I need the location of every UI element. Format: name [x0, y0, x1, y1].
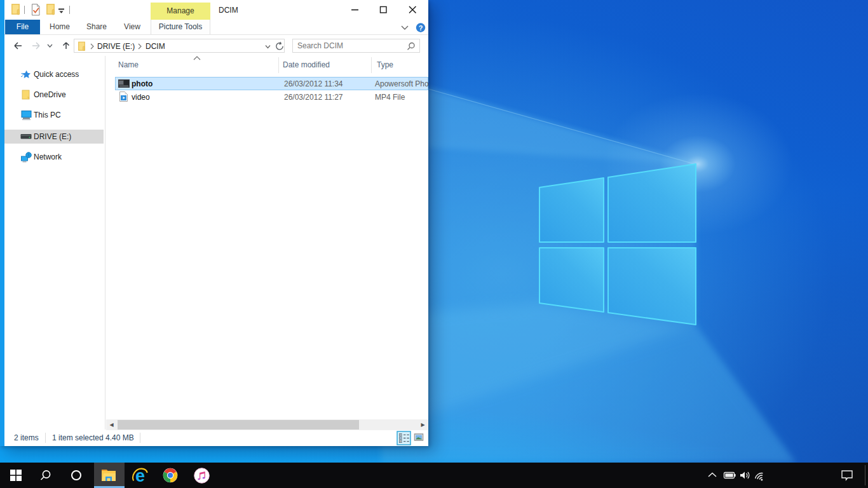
- svg-text:?: ?: [419, 24, 423, 32]
